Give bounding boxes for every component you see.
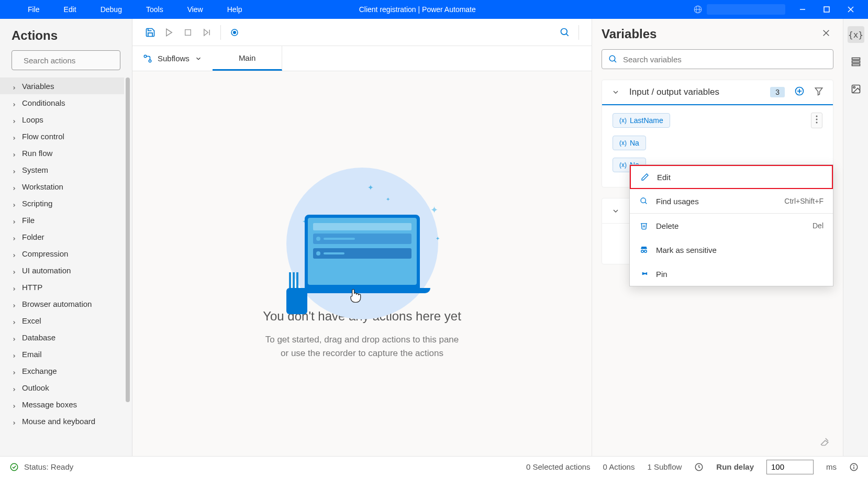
- svg-marker-26: [815, 88, 822, 95]
- designer-canvas[interactable]: ✦ ✦ ✦ ✦ ✦: [132, 71, 592, 456]
- chevron-down-icon: [195, 55, 202, 62]
- chevron-right-icon: [12, 117, 17, 122]
- clear-button[interactable]: [820, 436, 830, 449]
- chevron-down-icon[interactable]: [611, 207, 620, 215]
- chevron-right-icon: [12, 167, 17, 172]
- subflow-icon: [143, 54, 152, 63]
- run-button[interactable]: [160, 23, 179, 42]
- stop-button[interactable]: [179, 23, 197, 42]
- search-icon: [608, 54, 618, 64]
- action-category-http[interactable]: HTTP: [0, 279, 124, 295]
- status-text: Status: Ready: [24, 462, 73, 471]
- action-category-system[interactable]: System: [0, 161, 124, 178]
- actions-search-input[interactable]: [24, 56, 123, 65]
- svg-point-21: [609, 56, 615, 61]
- chevron-right-icon: [12, 418, 17, 424]
- actions-scrollbar[interactable]: [124, 77, 132, 456]
- action-category-conditionals[interactable]: Conditionals: [0, 94, 124, 111]
- action-category-excel[interactable]: Excel: [0, 312, 124, 329]
- tab-main[interactable]: Main: [213, 46, 283, 71]
- action-category-run-flow[interactable]: Run flow: [0, 145, 124, 161]
- menu-view[interactable]: View: [183, 3, 207, 16]
- menu-tools[interactable]: Tools: [142, 3, 168, 16]
- environment-name-blurred: [707, 4, 785, 15]
- chevron-right-icon: [12, 301, 17, 306]
- filter-variables-button[interactable]: [814, 86, 824, 98]
- action-category-list[interactable]: VariablesConditionalsLoopsFlow controlRu…: [0, 77, 124, 456]
- menu-help[interactable]: Help: [223, 3, 247, 16]
- ctx-delete[interactable]: Delete Del: [630, 214, 833, 238]
- variable-row: (x)LastName: [613, 113, 822, 128]
- action-category-database[interactable]: Database: [0, 329, 124, 346]
- menu-file[interactable]: File: [24, 3, 44, 16]
- chevron-down-icon[interactable]: [611, 88, 620, 96]
- search-canvas-button[interactable]: [555, 23, 574, 42]
- close-button[interactable]: [839, 0, 863, 19]
- images-pane-icon[interactable]: [848, 81, 864, 97]
- variables-title: Variables: [602, 27, 656, 41]
- action-category-loops[interactable]: Loops: [0, 111, 124, 128]
- ctx-mark-sensitive[interactable]: Mark as sensitive: [630, 238, 833, 262]
- selected-actions-count: 0 Selected actions: [526, 462, 591, 471]
- menu-edit[interactable]: Edit: [60, 3, 81, 16]
- chevron-right-icon: [12, 150, 17, 156]
- io-variables-title: Input / output variables: [629, 87, 761, 97]
- ctx-edit[interactable]: Edit: [630, 165, 833, 189]
- ctx-pin[interactable]: Pin: [630, 262, 833, 286]
- subflows-dropdown[interactable]: Subflows: [132, 46, 213, 71]
- variable-context-menu: Edit Find usages Ctrl+Shift+F Delete Del…: [629, 164, 833, 286]
- environment-indicator[interactable]: [693, 4, 785, 15]
- info-icon[interactable]: [849, 462, 859, 472]
- action-category-compression[interactable]: Compression: [0, 245, 124, 262]
- action-category-file[interactable]: File: [0, 212, 124, 228]
- svg-point-32: [641, 250, 644, 253]
- actions-search[interactable]: [12, 50, 120, 70]
- action-category-ui-automation[interactable]: UI automation: [0, 262, 124, 279]
- clock-icon: [694, 462, 704, 472]
- action-category-flow-control[interactable]: Flow control: [0, 128, 124, 145]
- variables-pane-icon[interactable]: {x}: [848, 26, 864, 43]
- action-category-message-boxes[interactable]: Message boxes: [0, 396, 124, 413]
- chevron-right-icon: [12, 217, 17, 223]
- trash-icon: [639, 221, 649, 230]
- svg-marker-11: [204, 29, 208, 36]
- svg-point-17: [144, 55, 147, 58]
- record-button[interactable]: [225, 23, 244, 42]
- action-category-workstation[interactable]: Workstation: [0, 178, 124, 195]
- subflow-bar: Subflows Main: [132, 46, 592, 71]
- variable-chip[interactable]: (x)Na: [613, 136, 646, 150]
- maximize-button[interactable]: [815, 0, 839, 19]
- action-category-variables[interactable]: Variables: [0, 77, 124, 94]
- action-category-browser-automation[interactable]: Browser automation: [0, 295, 124, 312]
- step-button[interactable]: [197, 23, 216, 42]
- ctx-find-usages[interactable]: Find usages Ctrl+Shift+F: [630, 189, 833, 213]
- variable-more-button[interactable]: [811, 113, 822, 128]
- variable-chip[interactable]: (x)LastName: [613, 113, 670, 128]
- incognito-icon: [639, 245, 649, 254]
- svg-line-22: [614, 60, 616, 62]
- run-delay-input[interactable]: [766, 460, 814, 474]
- svg-line-31: [645, 202, 647, 204]
- save-button[interactable]: [141, 23, 160, 42]
- chevron-right-icon: [12, 351, 17, 357]
- add-variable-button[interactable]: [794, 86, 805, 98]
- actions-title: Actions: [0, 19, 132, 50]
- action-category-exchange[interactable]: Exchange: [0, 362, 124, 379]
- status-bar: Status: Ready 0 Selected actions 0 Actio…: [0, 456, 868, 477]
- chevron-right-icon: [12, 335, 17, 340]
- action-category-mouse-and-keyboard[interactable]: Mouse and keyboard: [0, 413, 124, 429]
- run-delay-label: Run delay: [716, 462, 754, 471]
- close-variables-button[interactable]: [819, 26, 833, 42]
- ui-elements-pane-icon[interactable]: [848, 53, 864, 70]
- svg-point-27: [816, 116, 818, 117]
- ms-label: ms: [826, 462, 837, 471]
- action-category-email[interactable]: Email: [0, 346, 124, 362]
- action-category-scripting[interactable]: Scripting: [0, 195, 124, 212]
- menu-debug[interactable]: Debug: [96, 3, 126, 16]
- minimize-button[interactable]: [791, 0, 815, 19]
- action-category-outlook[interactable]: Outlook: [0, 379, 124, 396]
- chevron-right-icon: [12, 318, 17, 323]
- action-category-folder[interactable]: Folder: [0, 228, 124, 245]
- variables-search[interactable]: [602, 49, 833, 69]
- variables-search-input[interactable]: [623, 55, 827, 64]
